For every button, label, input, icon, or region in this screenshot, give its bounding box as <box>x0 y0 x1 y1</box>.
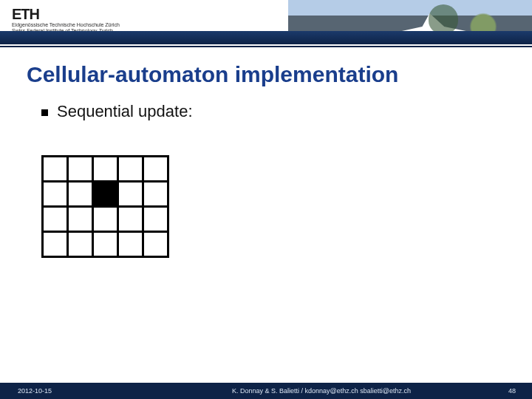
grid-cell <box>118 182 143 207</box>
grid-cell <box>68 232 93 257</box>
grid-cell <box>93 157 118 182</box>
grid-cell <box>118 157 143 182</box>
slide-footer: 2012-10-15 K. Donnay & S. Balietti / kdo… <box>0 383 532 399</box>
bullet-text: Sequential update: <box>57 102 193 120</box>
bullet-line: Sequential update: <box>41 102 193 121</box>
grid-cell <box>43 232 68 257</box>
header-blue-bar <box>0 31 532 44</box>
grid-cell <box>118 232 143 257</box>
grid-cell <box>43 207 68 232</box>
slide-header: ETH Eidgenössische Technische Hochschule… <box>0 0 532 52</box>
grid-cell <box>118 207 143 232</box>
slide-title: Cellular-automaton implementation <box>27 62 398 87</box>
institution-line1: Eidgenössische Technische Hochschule Zür… <box>12 22 120 27</box>
footer-date: 2012-10-15 <box>0 387 155 395</box>
grid-cell <box>43 157 68 182</box>
header-rule <box>0 46 532 47</box>
grid-cell <box>43 182 68 207</box>
grid-cell <box>143 207 168 232</box>
grid-cell <box>68 157 93 182</box>
grid-cell <box>93 182 118 207</box>
footer-authors: K. Donnay & S. Balietti / kdonnay@ethz.c… <box>155 387 488 395</box>
cellular-grid <box>41 155 169 258</box>
slide: ETH Eidgenössische Technische Hochschule… <box>0 0 532 399</box>
grid-table <box>41 155 169 258</box>
grid-cell <box>68 182 93 207</box>
grid-cell <box>143 182 168 207</box>
grid-cell <box>93 232 118 257</box>
grid-cell <box>143 157 168 182</box>
bullet-square-icon <box>41 109 48 116</box>
header-dome-icon <box>429 4 458 34</box>
grid-cell <box>68 207 93 232</box>
eth-logo: ETH <box>12 6 39 23</box>
grid-cell <box>143 232 168 257</box>
footer-page-number: 48 <box>488 387 532 395</box>
grid-cell <box>93 207 118 232</box>
